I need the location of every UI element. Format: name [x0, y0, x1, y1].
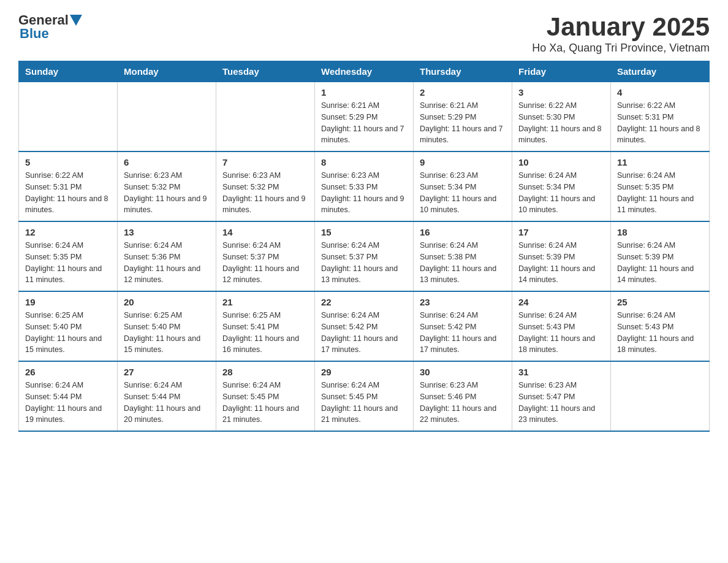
day-number: 31 [518, 367, 604, 377]
calendar-day-3: 3Sunrise: 6:22 AMSunset: 5:30 PMDaylight… [512, 82, 611, 152]
day-number: 12 [25, 227, 111, 237]
day-info: Sunrise: 6:24 AMSunset: 5:37 PMDaylight:… [222, 240, 308, 286]
day-info: Sunrise: 6:21 AMSunset: 5:29 PMDaylight:… [321, 100, 407, 146]
day-number: 28 [222, 367, 308, 377]
day-number: 7 [222, 157, 308, 167]
calendar-day-4: 4Sunrise: 6:22 AMSunset: 5:31 PMDaylight… [611, 82, 710, 152]
day-info: Sunrise: 6:23 AMSunset: 5:46 PMDaylight:… [420, 380, 506, 426]
calendar-table: SundayMondayTuesdayWednesdayThursdayFrid… [18, 61, 710, 432]
calendar-day-20: 20Sunrise: 6:25 AMSunset: 5:40 PMDayligh… [118, 291, 216, 361]
day-number: 9 [420, 157, 506, 167]
day-info: Sunrise: 6:24 AMSunset: 5:42 PMDaylight:… [420, 310, 506, 356]
day-info: Sunrise: 6:25 AMSunset: 5:40 PMDaylight:… [25, 310, 111, 356]
day-info: Sunrise: 6:22 AMSunset: 5:31 PMDaylight:… [25, 170, 111, 216]
calendar-day-6: 6Sunrise: 6:23 AMSunset: 5:32 PMDaylight… [118, 151, 216, 221]
day-info: Sunrise: 6:24 AMSunset: 5:35 PMDaylight:… [25, 240, 111, 286]
day-number: 19 [25, 297, 111, 307]
day-number: 10 [518, 157, 604, 167]
day-info: Sunrise: 6:22 AMSunset: 5:30 PMDaylight:… [518, 100, 604, 146]
day-number: 26 [25, 367, 111, 377]
day-info: Sunrise: 6:24 AMSunset: 5:39 PMDaylight:… [617, 240, 703, 286]
calendar-day-25: 25Sunrise: 6:24 AMSunset: 5:43 PMDayligh… [611, 291, 710, 361]
month-year-title: January 2025 [532, 12, 710, 42]
day-info: Sunrise: 6:23 AMSunset: 5:34 PMDaylight:… [420, 170, 506, 216]
calendar-week-row: 12Sunrise: 6:24 AMSunset: 5:35 PMDayligh… [19, 221, 710, 291]
day-info: Sunrise: 6:24 AMSunset: 5:37 PMDaylight:… [321, 240, 407, 286]
day-info: Sunrise: 6:23 AMSunset: 5:33 PMDaylight:… [321, 170, 407, 216]
day-number: 5 [25, 157, 111, 167]
calendar-empty-cell [19, 82, 118, 152]
calendar-day-7: 7Sunrise: 6:23 AMSunset: 5:32 PMDaylight… [216, 151, 315, 221]
logo: General Blue [18, 12, 82, 42]
location-subtitle: Ho Xa, Quang Tri Province, Vietnam [532, 42, 710, 55]
calendar-empty-cell [118, 82, 216, 152]
day-number: 20 [124, 297, 210, 307]
calendar-day-16: 16Sunrise: 6:24 AMSunset: 5:38 PMDayligh… [414, 221, 512, 291]
calendar-day-19: 19Sunrise: 6:25 AMSunset: 5:40 PMDayligh… [19, 291, 118, 361]
day-number: 22 [321, 297, 407, 307]
calendar-header-thursday: Thursday [414, 61, 512, 82]
day-number: 21 [222, 297, 308, 307]
calendar-day-14: 14Sunrise: 6:24 AMSunset: 5:37 PMDayligh… [216, 221, 315, 291]
day-info: Sunrise: 6:23 AMSunset: 5:32 PMDaylight:… [222, 170, 308, 216]
day-info: Sunrise: 6:22 AMSunset: 5:31 PMDaylight:… [617, 100, 703, 146]
day-number: 18 [617, 227, 703, 237]
calendar-day-26: 26Sunrise: 6:24 AMSunset: 5:44 PMDayligh… [19, 361, 118, 431]
day-info: Sunrise: 6:24 AMSunset: 5:36 PMDaylight:… [124, 240, 210, 286]
title-block: January 2025 Ho Xa, Quang Tri Province, … [532, 12, 710, 55]
calendar-empty-cell [216, 82, 315, 152]
calendar-day-29: 29Sunrise: 6:24 AMSunset: 5:45 PMDayligh… [315, 361, 414, 431]
calendar-header-friday: Friday [512, 61, 611, 82]
day-number: 2 [420, 87, 506, 98]
calendar-day-12: 12Sunrise: 6:24 AMSunset: 5:35 PMDayligh… [19, 221, 118, 291]
day-info: Sunrise: 6:24 AMSunset: 5:44 PMDaylight:… [124, 380, 210, 426]
calendar-day-1: 1Sunrise: 6:21 AMSunset: 5:29 PMDaylight… [315, 82, 414, 152]
calendar-day-22: 22Sunrise: 6:24 AMSunset: 5:42 PMDayligh… [315, 291, 414, 361]
calendar-header-saturday: Saturday [611, 61, 710, 82]
calendar-day-11: 11Sunrise: 6:24 AMSunset: 5:35 PMDayligh… [611, 151, 710, 221]
day-number: 6 [124, 157, 210, 167]
day-number: 13 [124, 227, 210, 237]
day-info: Sunrise: 6:25 AMSunset: 5:40 PMDaylight:… [124, 310, 210, 356]
day-info: Sunrise: 6:21 AMSunset: 5:29 PMDaylight:… [420, 100, 506, 146]
day-info: Sunrise: 6:24 AMSunset: 5:42 PMDaylight:… [321, 310, 407, 356]
logo-triangle-icon [70, 15, 82, 27]
day-number: 23 [420, 297, 506, 307]
day-number: 3 [518, 87, 604, 98]
day-number: 29 [321, 367, 407, 377]
calendar-day-21: 21Sunrise: 6:25 AMSunset: 5:41 PMDayligh… [216, 291, 315, 361]
calendar-empty-cell [611, 361, 710, 431]
day-info: Sunrise: 6:23 AMSunset: 5:47 PMDaylight:… [518, 380, 604, 426]
day-info: Sunrise: 6:24 AMSunset: 5:39 PMDaylight:… [518, 240, 604, 286]
day-number: 17 [518, 227, 604, 237]
day-info: Sunrise: 6:25 AMSunset: 5:41 PMDaylight:… [222, 310, 308, 356]
svg-marker-0 [70, 15, 82, 26]
calendar-header-sunday: Sunday [19, 61, 118, 82]
calendar-week-row: 5Sunrise: 6:22 AMSunset: 5:31 PMDaylight… [19, 151, 710, 221]
calendar-day-27: 27Sunrise: 6:24 AMSunset: 5:44 PMDayligh… [118, 361, 216, 431]
calendar-day-9: 9Sunrise: 6:23 AMSunset: 5:34 PMDaylight… [414, 151, 512, 221]
calendar-week-row: 19Sunrise: 6:25 AMSunset: 5:40 PMDayligh… [19, 291, 710, 361]
calendar-day-17: 17Sunrise: 6:24 AMSunset: 5:39 PMDayligh… [512, 221, 611, 291]
day-number: 8 [321, 157, 407, 167]
calendar-day-23: 23Sunrise: 6:24 AMSunset: 5:42 PMDayligh… [414, 291, 512, 361]
calendar-week-row: 26Sunrise: 6:24 AMSunset: 5:44 PMDayligh… [19, 361, 710, 431]
calendar-header-row: SundayMondayTuesdayWednesdayThursdayFrid… [19, 61, 710, 82]
calendar-day-30: 30Sunrise: 6:23 AMSunset: 5:46 PMDayligh… [414, 361, 512, 431]
calendar-day-5: 5Sunrise: 6:22 AMSunset: 5:31 PMDaylight… [19, 151, 118, 221]
day-number: 11 [617, 157, 703, 167]
calendar-day-18: 18Sunrise: 6:24 AMSunset: 5:39 PMDayligh… [611, 221, 710, 291]
day-info: Sunrise: 6:24 AMSunset: 5:43 PMDaylight:… [617, 310, 703, 356]
day-info: Sunrise: 6:24 AMSunset: 5:34 PMDaylight:… [518, 170, 604, 216]
calendar-header-wednesday: Wednesday [315, 61, 414, 82]
day-number: 14 [222, 227, 308, 237]
calendar-day-2: 2Sunrise: 6:21 AMSunset: 5:29 PMDaylight… [414, 82, 512, 152]
day-number: 16 [420, 227, 506, 237]
day-info: Sunrise: 6:23 AMSunset: 5:32 PMDaylight:… [124, 170, 210, 216]
calendar-header-tuesday: Tuesday [216, 61, 315, 82]
day-number: 1 [321, 87, 407, 98]
day-info: Sunrise: 6:24 AMSunset: 5:38 PMDaylight:… [420, 240, 506, 286]
day-number: 25 [617, 297, 703, 307]
calendar-day-31: 31Sunrise: 6:23 AMSunset: 5:47 PMDayligh… [512, 361, 611, 431]
page-header: General Blue January 2025 Ho Xa, Quang T… [18, 12, 710, 55]
